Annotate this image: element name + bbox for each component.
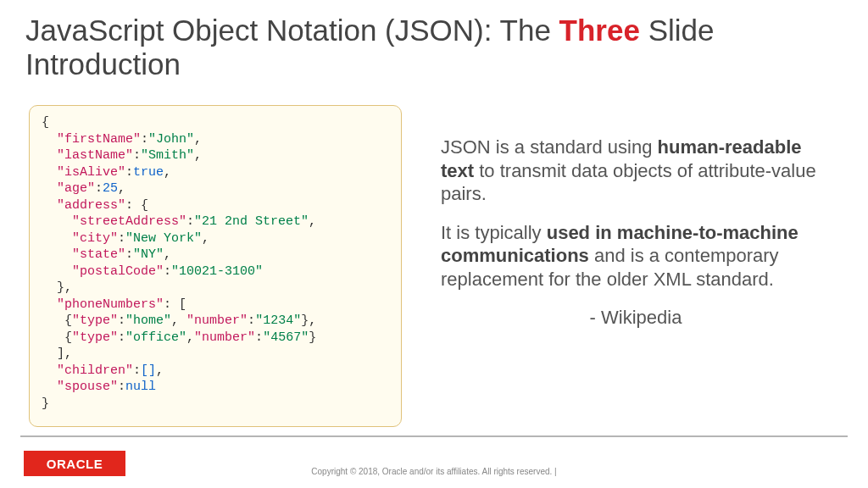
code-key: "spouse" — [57, 380, 118, 394]
code-key: "lastName" — [57, 148, 133, 163]
code-key: "isAlive" — [57, 165, 125, 180]
desc-text: It is typically — [441, 222, 547, 243]
code-val: "Smith" — [141, 148, 194, 163]
copyright-text: Copyright © 2018, Oracle and/or its affi… — [0, 467, 868, 476]
code-val: "21 2nd Street" — [194, 214, 309, 229]
code-key: "phoneNumbers" — [57, 297, 164, 312]
code-key: "address" — [57, 198, 125, 213]
divider — [20, 435, 848, 437]
desc-para-2: It is typically used in machine-to-machi… — [441, 221, 831, 291]
code-val: "office" — [125, 330, 186, 345]
code-key: "streetAddress" — [72, 214, 186, 229]
title-pre: JavaScript Object Notation (JSON): The — [25, 14, 559, 47]
slide-title: JavaScript Object Notation (JSON): The T… — [25, 14, 843, 82]
code-val: 25 — [103, 181, 118, 196]
code-key: "type" — [72, 313, 118, 328]
description: JSON is a standard using human-readable … — [441, 136, 831, 345]
code-val: "4567" — [263, 330, 309, 345]
code-val: "John" — [148, 132, 194, 147]
code-val: [] — [141, 363, 156, 378]
code-key: "state" — [72, 247, 125, 262]
code-val: "1234" — [255, 313, 301, 328]
code-key: "children" — [57, 363, 133, 378]
footer: ORACLE Copyright © 2018, Oracle and/or i… — [0, 444, 868, 488]
title-highlight: Three — [559, 14, 640, 47]
code-val: "home" — [125, 313, 171, 328]
code-val: null — [125, 380, 156, 394]
desc-para-1: JSON is a standard using human-readable … — [441, 136, 831, 206]
code-val: "10021-3100" — [171, 264, 263, 279]
code-key: "type" — [72, 330, 118, 345]
code-key: "city" — [72, 231, 118, 246]
code-key: "postalCode" — [72, 264, 164, 279]
code-val: true — [133, 165, 164, 180]
desc-attribution: - Wikipedia — [441, 306, 831, 330]
desc-text: JSON is a standard using — [441, 136, 658, 158]
code-key: "firstName" — [57, 132, 141, 147]
desc-text: to transmit data objects of attribute-va… — [441, 160, 816, 205]
code-key: "age" — [57, 181, 95, 196]
code-key: "number" — [186, 313, 248, 328]
code-block: { "firstName":"John", "lastName":"Smith"… — [29, 105, 402, 427]
slide: JavaScript Object Notation (JSON): The T… — [0, 0, 868, 488]
code-val: "NY" — [133, 247, 164, 262]
code-key: "number" — [194, 330, 255, 345]
code-val: "New York" — [125, 231, 202, 246]
